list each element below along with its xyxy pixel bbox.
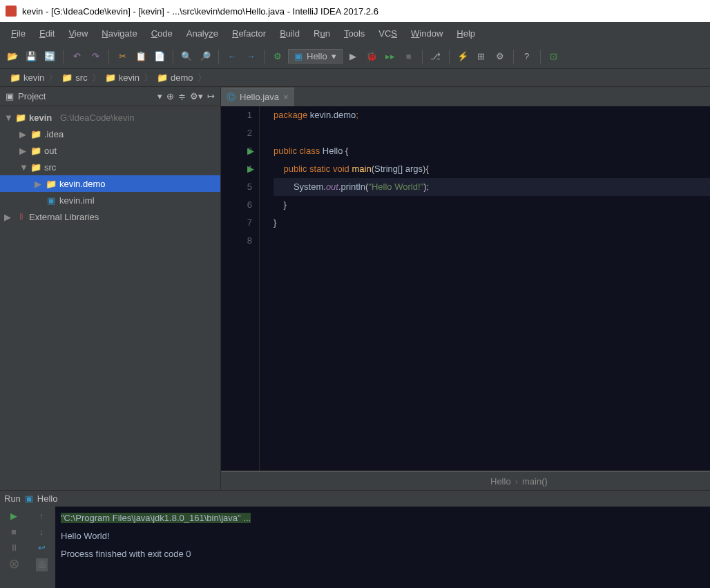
run-config-name: Hello	[37, 493, 58, 504]
collapse-arrow-icon[interactable]: ▼	[19, 162, 28, 173]
folder-icon: 📁	[157, 72, 168, 83]
up-icon[interactable]: ↑	[39, 511, 44, 521]
rerun-button[interactable]: ▶	[10, 511, 17, 521]
breadcrumb-bar: 📁kevin 〉 📁src 〉 📁kevin 〉 📁demo 〉	[0, 69, 710, 87]
menu-edit[interactable]: Edit	[32, 26, 61, 41]
find-icon[interactable]: 🔍	[178, 48, 195, 65]
tree-external-libs[interactable]: ▶ ⦀ External Libraries	[0, 208, 220, 225]
run-config-icon: ▣	[294, 51, 303, 61]
open-icon[interactable]: 📂	[4, 48, 21, 65]
menu-help[interactable]: Help	[450, 26, 482, 41]
menu-refactor[interactable]: Refactor	[225, 26, 273, 41]
separator	[449, 50, 450, 63]
stop-button[interactable]: ■	[401, 48, 417, 65]
help-icon[interactable]: ?	[519, 48, 535, 65]
separator	[422, 50, 423, 63]
replace-icon[interactable]: 🔎	[197, 48, 213, 65]
copy-icon[interactable]: 📋	[133, 48, 149, 65]
run-button[interactable]: ▶	[345, 48, 361, 65]
target-icon[interactable]: ⊕	[166, 91, 174, 101]
crumb-src[interactable]: 📁src	[57, 72, 91, 83]
run-panel: ▶ ■ ⏸ ⨂ ↑ ↓ ↩ 🖶 "C:\Program Files\java\j…	[0, 507, 710, 588]
forward-icon[interactable]: →	[242, 48, 259, 65]
code-area[interactable]: package kevin.demo;public class Hello { …	[260, 106, 710, 471]
chevron-right-icon: ›	[515, 476, 518, 487]
menu-vcs[interactable]: VCS	[372, 26, 404, 41]
vcs-icon[interactable]: ⎇	[428, 48, 444, 65]
debug-button[interactable]: 🐞	[363, 48, 380, 65]
run-config-selector[interactable]: ▣ Hello ▾	[288, 49, 343, 63]
run-tool-label[interactable]: Run	[4, 493, 21, 504]
pause-button[interactable]: ⏸	[10, 542, 19, 553]
menu-file[interactable]: File	[4, 26, 32, 41]
console-output[interactable]: "C:\Program Files\java\jdk1.8.0_161\bin\…	[55, 507, 710, 588]
tree-root[interactable]: ▼ 📁 kevin G:\IdeaCode\kevin	[0, 109, 220, 126]
separator	[173, 50, 173, 63]
expand-arrow-icon[interactable]: ▶	[19, 146, 28, 156]
down-icon[interactable]: ↓	[39, 527, 44, 537]
project-structure-icon[interactable]: ⊞	[473, 48, 490, 65]
gear-icon[interactable]: ⚙▾	[190, 91, 203, 101]
separator	[108, 50, 109, 63]
sidebar-title: Project	[18, 91, 153, 101]
libraries-icon: ⦀	[15, 211, 26, 222]
menu-tools[interactable]: Tools	[337, 26, 372, 41]
exit-button[interactable]: ⨂	[10, 558, 19, 569]
menu-analyze[interactable]: Analyze	[180, 26, 225, 41]
print-icon[interactable]: 🖶	[36, 558, 48, 571]
crumb-kevin[interactable]: 📁kevin	[6, 72, 48, 83]
expand-arrow-icon[interactable]: ▶	[19, 129, 28, 139]
app-icon	[6, 6, 17, 17]
cut-icon[interactable]: ✂	[114, 48, 131, 65]
build-icon[interactable]: ⚙	[269, 48, 286, 65]
sdk-icon[interactable]: ⚙	[492, 48, 508, 65]
close-tab-icon[interactable]: ×	[283, 92, 289, 102]
tab-hello[interactable]: Ⓒ Hello.java ×	[221, 88, 294, 106]
sync-icon[interactable]: 🔄	[41, 48, 58, 65]
wrap-icon[interactable]: ↩	[38, 542, 46, 553]
tree-iml[interactable]: ▣ kevin.iml	[0, 192, 220, 208]
back-icon[interactable]: ←	[224, 48, 240, 65]
project-icon: ▣	[6, 91, 14, 101]
chevron-down-icon: ▾	[332, 51, 336, 61]
expand-arrow-icon[interactable]: ▶	[35, 179, 43, 189]
folder-icon: 📁	[30, 162, 41, 173]
undo-icon[interactable]: ↶	[68, 48, 85, 65]
menu-build[interactable]: Build	[273, 26, 307, 41]
command-line: "C:\Program Files\java\jdk1.8.0_161\bin\…	[61, 513, 251, 523]
tree-src[interactable]: ▼ 📁 src	[0, 159, 220, 175]
collapse-icon[interactable]: ≑	[178, 91, 186, 101]
settings-icon[interactable]: ⊡	[546, 48, 562, 65]
menu-view[interactable]: View	[61, 26, 95, 41]
coverage-button[interactable]: ▸▸	[382, 48, 399, 65]
chevron-down-icon[interactable]: ▾	[157, 91, 162, 101]
folder-icon: 📁	[10, 72, 21, 83]
menu-navigate[interactable]: Navigate	[95, 26, 144, 41]
tree-idea[interactable]: ▶ 📁 .idea	[0, 126, 220, 142]
separator	[218, 50, 219, 63]
folder-icon: 📁	[30, 129, 41, 139]
folder-icon: 📁	[61, 72, 73, 83]
collapse-arrow-icon[interactable]: ▼	[4, 112, 12, 123]
crumb-kevin2[interactable]: 📁kevin	[101, 72, 144, 83]
run-config-label: Hello	[307, 51, 327, 61]
code-editor[interactable]: 123▶4▶5678 package kevin.demo;public cla…	[221, 106, 710, 471]
crumb-demo[interactable]: 📁demo	[153, 72, 198, 83]
chevron-right-icon: 〉	[144, 72, 153, 84]
hide-icon[interactable]: ↦	[207, 91, 215, 101]
tree-package[interactable]: ▶ 📁 kevin.demo	[0, 175, 220, 192]
structure-icon[interactable]: ⚡	[454, 48, 471, 65]
menu-run[interactable]: Run	[307, 26, 337, 41]
save-icon[interactable]: 💾	[23, 48, 39, 65]
stop-button[interactable]: ■	[11, 527, 17, 537]
project-tree[interactable]: ▼ 📁 kevin G:\IdeaCode\kevin ▶ 📁 .idea ▶ …	[0, 106, 220, 490]
gutter: 123▶4▶5678	[221, 106, 260, 471]
file-icon: ▣	[46, 195, 57, 206]
redo-icon[interactable]: ↷	[87, 48, 104, 65]
menu-code[interactable]: Code	[144, 26, 180, 41]
separator	[540, 50, 541, 63]
expand-arrow-icon[interactable]: ▶	[4, 212, 12, 222]
paste-icon[interactable]: 📄	[151, 48, 168, 65]
menu-window[interactable]: Window	[404, 26, 450, 41]
tree-out[interactable]: ▶ 📁 out	[0, 142, 220, 159]
